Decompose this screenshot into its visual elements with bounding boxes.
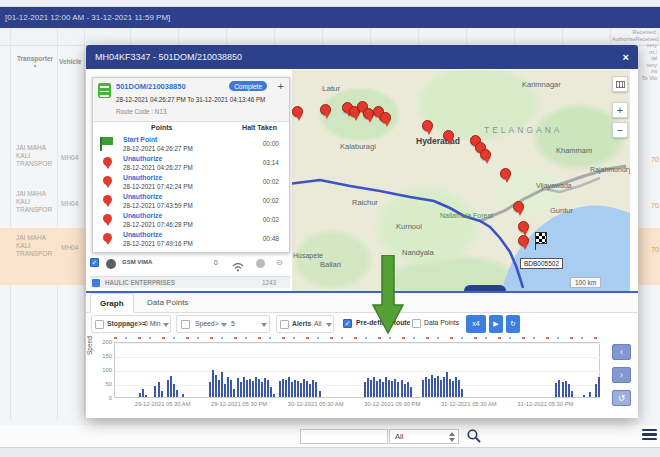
chart-bar <box>246 380 248 397</box>
route-map[interactable]: LaturKarimnagarTELANGANAKalaburagiHydera… <box>292 70 630 293</box>
red-pin-icon[interactable] <box>320 104 331 115</box>
chart-gridline <box>115 357 601 358</box>
red-pin-icon[interactable] <box>443 130 454 141</box>
points-list-item[interactable]: Unauthorize28-12-2021 07:43:59 PM00:02 <box>93 193 289 212</box>
play-button[interactable]: ▶ <box>489 315 503 333</box>
point-halt: 00:02 <box>263 178 279 185</box>
trip-code-link[interactable]: 501DOM/210038850 <box>116 82 186 91</box>
table-vline <box>562 28 563 45</box>
stoppage-checkbox[interactable] <box>95 320 104 329</box>
start-flag-icon <box>102 137 113 145</box>
stoppage-filter[interactable]: Stoppage>= 0 Min <box>91 315 171 333</box>
points-list-item[interactable]: Unauthorize28-12-2021 07:46:28 PM00:02 <box>93 212 289 231</box>
chart-bar <box>379 379 381 397</box>
chart-bar <box>461 389 463 397</box>
tab-data-points[interactable]: Data Points <box>138 293 197 313</box>
speed-chart[interactable] <box>114 342 600 398</box>
chart-bar <box>397 382 399 397</box>
red-pin-icon <box>103 157 112 166</box>
callout-arrow-icon <box>370 255 406 335</box>
predefine-route-checkbox[interactable]: ✓ <box>343 319 352 328</box>
x-tick-label: 31-12-2021 05:30 AM <box>441 401 497 407</box>
modal-title: MH04KF3347 - 501DOM/210038850 <box>95 45 242 69</box>
chart-bar <box>455 377 457 397</box>
chevron-down-icon[interactable] <box>261 323 267 327</box>
search-input[interactable] <box>300 429 388 444</box>
stoppage-value[interactable]: 0 Min <box>144 320 161 327</box>
alerts-value[interactable]: All <box>314 320 322 327</box>
y-tick-label: 50 <box>90 381 112 387</box>
map-label: Ballari <box>320 260 341 269</box>
filter-select[interactable]: All <box>389 429 459 444</box>
close-icon[interactable]: × <box>623 45 629 69</box>
speed-checkbox[interactable] <box>181 320 190 329</box>
column-header-vehicle[interactable]: Vehicle <box>59 58 89 65</box>
chart-reset-button[interactable]: ↺ <box>612 390 631 406</box>
row-checkbox[interactable]: ✓ <box>90 258 99 267</box>
tab-graph[interactable]: Graph <box>90 293 134 313</box>
chart-bar <box>443 377 445 397</box>
points-list[interactable]: Start Point28-12-2021 04:26:27 PM00:00Un… <box>93 136 289 252</box>
points-list-item[interactable]: Unauthorize28-12-2021 04:26:27 PM03:14 <box>93 155 289 174</box>
chart-bar <box>558 380 560 397</box>
points-list-item[interactable]: Unauthorize28-12-2021 07:49:16 PM00:48 <box>93 231 289 250</box>
updown-icon <box>448 432 455 442</box>
cell-vehicle: MH04 <box>61 154 85 161</box>
zoom-in-button[interactable]: + <box>612 102 628 118</box>
map-label: Latur <box>322 84 340 93</box>
chevron-down-icon[interactable] <box>163 323 169 327</box>
replay-button[interactable]: ↻ <box>506 315 520 333</box>
map-label: Raichur <box>352 198 378 207</box>
red-pin-icon[interactable] <box>500 168 511 179</box>
chart-prev-button[interactable]: ‹ <box>612 344 631 360</box>
chevron-down-icon[interactable] <box>221 323 227 327</box>
expand-plus-icon[interactable]: + <box>278 80 284 92</box>
chart-bar <box>267 380 269 397</box>
red-pin-icon[interactable] <box>380 112 391 123</box>
chart-bar <box>598 377 600 397</box>
chart-bar <box>176 390 178 397</box>
search-icon[interactable] <box>466 428 482 444</box>
red-pin-icon[interactable] <box>480 149 491 160</box>
vehicle-row-partial-2[interactable]: HAULIC ENTERPRISES 1243 <box>90 276 290 288</box>
table-header-band <box>0 28 660 46</box>
red-pin-icon[interactable] <box>513 201 524 212</box>
point-label: Unauthorize <box>123 212 162 219</box>
table-vline <box>418 28 419 45</box>
red-pin-icon[interactable] <box>422 120 433 131</box>
vehicle-label: BDB005502 <box>520 258 563 269</box>
row-value: 1243 <box>262 279 276 286</box>
chart-bar <box>221 372 223 397</box>
speed-filter[interactable]: Speed> 5 <box>176 315 270 333</box>
chart-bar <box>589 392 591 397</box>
alerts-checkbox[interactable] <box>280 320 289 329</box>
vehicle-row-partial[interactable]: ✓ GSM VIMA 0 ⊖ <box>90 258 290 273</box>
red-pin-icon[interactable] <box>518 221 529 232</box>
cell-value: 70 <box>643 202 659 209</box>
points-list-item[interactable]: Start Point28-12-2021 04:26:27 PM00:00 <box>93 136 289 155</box>
y-tick-label: 150 <box>90 353 112 359</box>
chevron-down-icon[interactable] <box>326 323 332 327</box>
map-toggle-icon[interactable] <box>612 76 628 92</box>
points-list-item[interactable]: Unauthorize28-12-2021 07:42:24 PM00:02 <box>93 174 289 193</box>
row-checkbox[interactable] <box>92 279 100 287</box>
chart-bar <box>376 381 378 397</box>
playback-speed-button[interactable]: x4 <box>466 315 486 333</box>
zoom-out-button[interactable]: − <box>612 122 628 138</box>
chart-bar <box>270 387 272 397</box>
chart-bar <box>364 382 366 397</box>
finish-flag-icon <box>535 232 547 244</box>
speed-value[interactable]: 5 <box>231 320 235 327</box>
column-header-transporter[interactable]: Transporter ▲ <box>12 55 58 68</box>
sort-asc-icon[interactable]: ▲ <box>12 62 58 68</box>
hamburger-icon[interactable] <box>642 429 657 442</box>
red-pin-icon[interactable] <box>292 106 303 117</box>
alerts-filter[interactable]: Alerts All <box>276 315 334 333</box>
x-tick-label: 31-12-2021 05:30 PM <box>517 401 573 407</box>
chart-next-button[interactable]: › <box>612 367 631 383</box>
chart-bar <box>264 378 266 397</box>
datapoints-checkbox[interactable] <box>412 319 421 328</box>
graph-tabs: Graph Data Points <box>86 293 638 313</box>
red-pin-icon[interactable] <box>518 235 529 246</box>
chart-bar <box>391 381 393 397</box>
